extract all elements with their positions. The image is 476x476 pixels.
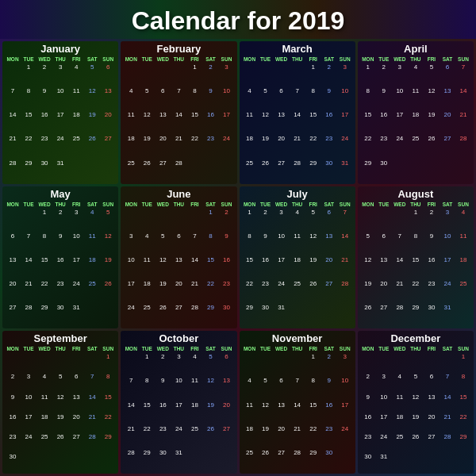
day-cell (242, 63, 258, 86)
day-header: WED (274, 345, 290, 352)
day-cell: 13 (171, 255, 186, 279)
day-cell: 14 (392, 255, 408, 279)
day-cell: 14 (21, 255, 36, 279)
day-header: TUE (258, 56, 274, 63)
day-cell (5, 208, 21, 232)
day-cell: 1 (242, 208, 258, 232)
day-cell: 29 (305, 448, 321, 472)
day-cell: 31 (376, 452, 392, 472)
day-cell (68, 159, 84, 182)
day-cell: 1 (305, 63, 321, 86)
day-cell: 15 (305, 110, 321, 134)
day-cell: 15 (455, 393, 471, 413)
day-header: SUN (100, 56, 116, 63)
day-cell: 22 (36, 279, 52, 303)
day-cell (392, 452, 408, 472)
day-cell: 16 (202, 110, 218, 134)
month-block-may: MayMONTUEWEDTHUFRISATSUN1234567891011121… (2, 186, 118, 329)
day-cell (440, 159, 455, 182)
day-cell: 9 (155, 376, 171, 400)
day-cell: 25 (242, 448, 258, 472)
day-cell: 29 (242, 303, 258, 327)
day-cell: 4 (68, 63, 84, 86)
day-cell: 25 (408, 134, 424, 158)
day-cell: 16 (218, 255, 234, 279)
day-cell: 21 (5, 134, 21, 158)
day-header: SUN (218, 201, 234, 208)
day-cell (424, 352, 440, 372)
month-name: November (242, 332, 353, 344)
day-cell: 9 (202, 86, 218, 110)
day-cell: 8 (21, 86, 36, 110)
day-cell: 20 (171, 279, 186, 303)
day-cell (337, 448, 353, 472)
day-cell: 23 (321, 424, 337, 448)
day-cell (218, 159, 234, 182)
day-cell: 13 (218, 376, 234, 400)
day-cell (171, 208, 186, 232)
day-cell: 22 (100, 413, 116, 432)
day-cell: 11 (290, 232, 305, 255)
day-cell (242, 352, 258, 376)
day-cell: 21 (186, 279, 202, 303)
day-header: THU (171, 201, 186, 208)
day-cell: 16 (376, 110, 392, 134)
day-cell (376, 208, 392, 232)
day-cell: 2 (36, 63, 52, 86)
day-cell (84, 159, 100, 182)
day-header: FRI (186, 201, 202, 208)
day-cell: 16 (36, 110, 52, 134)
day-cell: 19 (202, 401, 218, 424)
day-cell: 29 (100, 432, 116, 452)
day-cell (186, 208, 202, 232)
day-header: WED (155, 56, 171, 63)
day-header: WED (392, 345, 408, 352)
day-cell: 7 (84, 372, 100, 392)
day-cell: 13 (5, 255, 21, 279)
day-cell: 17 (440, 255, 455, 279)
day-cell (337, 303, 353, 327)
day-cell: 16 (155, 401, 171, 424)
day-cell: 5 (424, 63, 440, 86)
day-header: TUE (258, 345, 274, 352)
day-cell: 26 (424, 134, 440, 158)
day-header: TUE (139, 56, 155, 63)
day-cell: 31 (52, 159, 68, 182)
day-cell: 7 (123, 376, 139, 400)
day-cell: 24 (123, 303, 139, 327)
day-cell: 25 (392, 432, 408, 452)
day-cell: 3 (68, 208, 84, 232)
day-header: WED (155, 201, 171, 208)
day-header: FRI (68, 345, 84, 352)
day-cell: 31 (68, 303, 84, 327)
day-cell: 6 (68, 372, 84, 392)
day-cell: 8 (139, 376, 155, 400)
day-cell: 2 (52, 208, 68, 232)
month-block-february: FebruaryMONTUEWEDTHUFRISATSUN12345678910… (121, 41, 236, 184)
day-cell: 8 (305, 86, 321, 110)
day-cell: 1 (408, 208, 424, 232)
day-cell: 22 (408, 279, 424, 303)
day-cell: 4 (408, 63, 424, 86)
day-header: WED (36, 56, 52, 63)
day-cell: 17 (21, 413, 36, 432)
day-cell: 6 (424, 372, 440, 392)
day-cell: 24 (337, 424, 353, 448)
day-header: SAT (84, 345, 100, 352)
day-cell (258, 352, 274, 376)
day-cell: 18 (455, 255, 471, 279)
day-header: SUN (455, 345, 471, 352)
day-cell: 14 (440, 393, 455, 413)
day-cell (392, 159, 408, 182)
month-name: February (123, 43, 234, 55)
day-cell: 20 (274, 424, 290, 448)
day-cell: 28 (21, 303, 36, 327)
day-cell: 24 (274, 279, 290, 303)
days-grid: 1234567891011121314151617181920212223242… (242, 208, 353, 328)
day-cell: 28 (290, 448, 305, 472)
month-block-september: SeptemberMONTUEWEDTHUFRISATSUN1234567891… (2, 331, 118, 474)
day-cell: 27 (218, 424, 234, 448)
day-cell: 29 (305, 159, 321, 182)
day-cell: 9 (424, 232, 440, 255)
day-cell: 17 (392, 110, 408, 134)
